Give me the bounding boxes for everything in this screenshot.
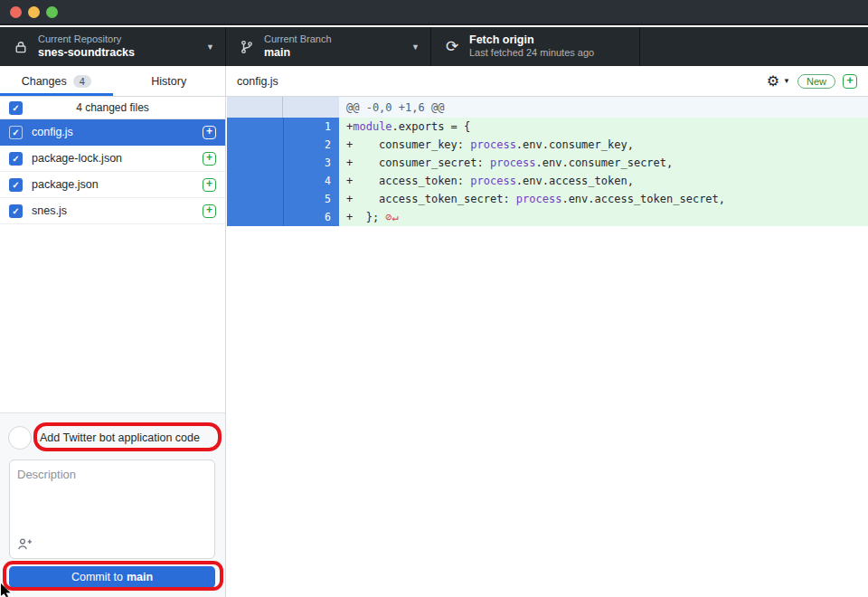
current-repository-label: Current Repository xyxy=(38,33,135,46)
titlebar xyxy=(0,0,868,25)
tab-history[interactable]: History xyxy=(113,66,226,96)
diff-gutter-old[interactable] xyxy=(227,154,283,172)
commit-summary-input[interactable] xyxy=(40,427,215,449)
fetch-origin-label: Fetch origin xyxy=(469,33,594,48)
file-name: package.json xyxy=(32,178,99,191)
diff-gutter-new[interactable]: 4 xyxy=(283,172,339,190)
file-row[interactable]: ✓snes.js+ xyxy=(0,198,225,224)
diff-line[interactable]: 4+ access_token: process.env.access_toke… xyxy=(227,172,868,190)
toolbar: Current Repository snes-soundtracks ▼ Cu… xyxy=(0,27,868,66)
file-status-added-icon: + xyxy=(203,204,216,218)
add-coauthor-icon[interactable] xyxy=(17,537,35,552)
file-status-added-icon: + xyxy=(203,152,216,166)
minimize-window-button[interactable] xyxy=(28,6,40,18)
hunk-gutter xyxy=(227,97,339,118)
diff-options-button[interactable]: ⚙ ▼ xyxy=(767,74,790,89)
file-checkbox[interactable]: ✓ xyxy=(9,178,23,192)
changed-files-count-label: 4 changed files xyxy=(0,101,225,114)
fetch-origin-button[interactable]: ⟳ Fetch origin Last fetched 24 minutes a… xyxy=(431,27,640,66)
sidebar-tabs: Changes 4 History xyxy=(0,66,226,96)
avatar xyxy=(8,426,32,450)
current-branch-button[interactable]: Current Branch main ▼ xyxy=(226,27,431,66)
diff-gutter-new[interactable]: 2 xyxy=(283,136,339,154)
hunk-header-row: @@ -0,0 +1,6 @@ xyxy=(227,97,868,118)
file-status-added-icon: + xyxy=(203,126,216,139)
diff-gutter-new[interactable]: 6 xyxy=(283,208,339,226)
file-checkbox[interactable]: ✓ xyxy=(9,126,23,139)
file-name: config.js xyxy=(32,126,73,138)
chevron-down-icon: ▼ xyxy=(206,43,214,52)
diff-line[interactable]: 3+ consumer_secret: process.env.consumer… xyxy=(227,154,868,172)
diff-line[interactable]: 2+ consumer_key: process.env.consumer_ke… xyxy=(227,136,868,154)
changed-files-list: ✓config.js+✓package-lock.json+✓package.j… xyxy=(0,119,225,224)
diff-code-text: + access_token: process.env.access_token… xyxy=(339,172,868,190)
diff-code-text: + access_token_secret: process.env.acces… xyxy=(339,190,868,208)
diff-code-text: + }; ⊘↵ xyxy=(339,208,868,226)
diff-code-text: +module.exports = { xyxy=(339,118,868,136)
chevron-down-icon: ▼ xyxy=(411,43,420,52)
diff-line[interactable]: 5+ access_token_secret: process.env.acce… xyxy=(227,190,868,208)
gear-icon: ⚙ xyxy=(767,74,779,89)
diff-code-text: + consumer_secret: process.env.consumer_… xyxy=(339,154,868,172)
tab-changes-label: Changes xyxy=(22,75,67,88)
file-row[interactable]: ✓package.json+ xyxy=(0,172,225,198)
diff-code-text: + consumer_key: process.env.consumer_key… xyxy=(339,136,868,154)
last-fetched-text: Last fetched 24 minutes ago xyxy=(469,47,594,60)
diff-header: config.js ⚙ ▼ New + xyxy=(226,66,868,96)
diff-gutter-old[interactable] xyxy=(227,118,283,136)
zoom-window-button[interactable] xyxy=(46,6,58,18)
commit-button[interactable]: Commit to main xyxy=(9,566,215,588)
hunk-header-text: @@ -0,0 +1,6 @@ xyxy=(339,97,868,118)
file-row[interactable]: ✓config.js+ xyxy=(0,119,225,146)
commit-description-input[interactable] xyxy=(14,464,211,535)
diff-gutter-new[interactable]: 1 xyxy=(283,118,339,136)
current-repository-value: snes-soundtracks xyxy=(38,46,135,61)
current-repository-button[interactable]: Current Repository snes-soundtracks ▼ xyxy=(0,27,226,66)
diff-file-name: config.js xyxy=(237,75,278,88)
diff-gutter-old[interactable] xyxy=(227,136,283,154)
close-window-button[interactable] xyxy=(10,6,22,18)
file-status-added-icon: + xyxy=(203,178,216,192)
current-branch-label: Current Branch xyxy=(264,33,332,46)
commit-description-box xyxy=(9,460,215,559)
sync-icon: ⟳ xyxy=(444,37,460,56)
diff-gutter-old[interactable] xyxy=(227,190,283,208)
diff-pane: @@ -0,0 +1,6 @@ 1+module.exports = {2+ c… xyxy=(227,97,868,597)
diff-line[interactable]: 1+module.exports = { xyxy=(227,118,868,136)
file-checkbox[interactable]: ✓ xyxy=(9,204,23,218)
tab-history-label: History xyxy=(151,75,186,88)
file-name: package-lock.json xyxy=(32,152,122,165)
lock-icon xyxy=(13,40,29,54)
file-row[interactable]: ✓package-lock.json+ xyxy=(0,146,225,172)
changes-count-badge: 4 xyxy=(73,75,91,88)
new-feature-badge: New xyxy=(797,74,835,89)
mouse-cursor xyxy=(0,583,13,597)
file-checkbox[interactable]: ✓ xyxy=(9,152,23,166)
commit-button-branch: main xyxy=(127,571,153,583)
tab-changes[interactable]: Changes 4 xyxy=(0,66,113,96)
header-row: Changes 4 History config.js ⚙ ▼ New + xyxy=(0,66,868,97)
git-branch-icon xyxy=(239,40,255,54)
changes-sidebar: ✓ 4 changed files ✓config.js+✓package-lo… xyxy=(0,97,226,597)
commit-box: Commit to main xyxy=(0,412,225,597)
file-status-added-icon: + xyxy=(843,74,857,89)
diff-gutter-new[interactable]: 5 xyxy=(283,190,339,208)
diff-gutter-old[interactable] xyxy=(227,172,283,190)
chevron-down-icon: ▼ xyxy=(783,77,790,85)
file-name: snes.js xyxy=(32,204,67,217)
diff-gutter-new[interactable]: 3 xyxy=(283,154,339,172)
commit-button-prefix: Commit to xyxy=(71,571,123,583)
select-all-checkbox[interactable]: ✓ xyxy=(9,101,23,115)
current-branch-value: main xyxy=(264,46,332,61)
diff-lines: 1+module.exports = {2+ consumer_key: pro… xyxy=(227,118,868,226)
diff-line[interactable]: 6+ }; ⊘↵ xyxy=(227,208,868,226)
changed-files-header: ✓ 4 changed files xyxy=(0,97,225,119)
diff-gutter-old[interactable] xyxy=(227,208,283,226)
